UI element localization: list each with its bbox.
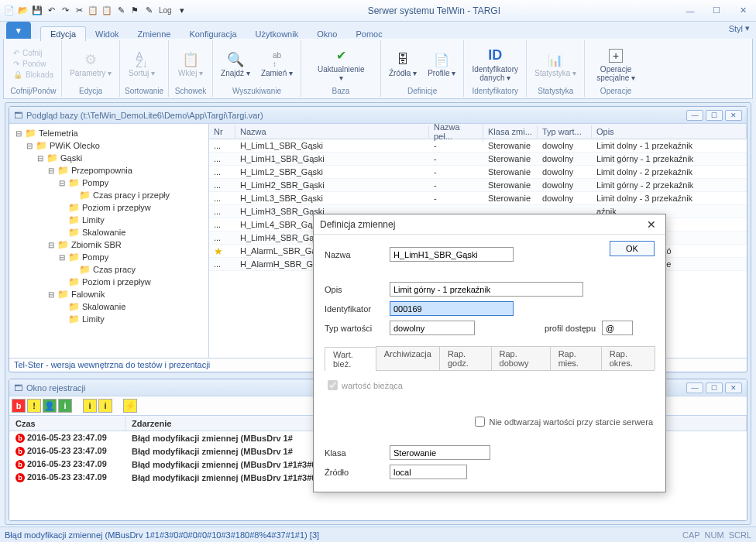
input-identyfikator[interactable]	[390, 301, 514, 316]
dialog-tab-5[interactable]: Rap. okres.	[601, 346, 655, 370]
tab-widok[interactable]: Widok	[86, 27, 129, 41]
save-icon[interactable]: 💾	[31, 5, 43, 17]
new-icon[interactable]: 📄	[3, 5, 15, 17]
tree-node[interactable]: 📁Skalowanie	[11, 226, 207, 238]
log-warn-filter[interactable]: !	[27, 399, 41, 413]
db-min-button[interactable]: —	[686, 110, 703, 121]
input-profil[interactable]	[602, 321, 633, 335]
edit-icon[interactable]: ✎	[143, 5, 155, 17]
checkbox-wartosc-biezaca[interactable]: wartość bieżąca	[328, 380, 651, 390]
ribbon-zamień[interactable]: ab↕Zamień ▾	[258, 49, 296, 79]
ribbon-uaktualnienie[interactable]: ✔Uaktualnienie ▾	[306, 45, 376, 84]
col-klasa[interactable]: Klasa zmi...	[483, 125, 538, 138]
copy-icon[interactable]: 📋	[87, 5, 99, 17]
ribbon-źródła[interactable]: 🗄Źródła ▾	[386, 49, 420, 79]
ribbon-profile[interactable]: 📄Profile ▾	[424, 49, 459, 79]
db-close-button[interactable]: ✕	[725, 110, 742, 121]
log-col-time[interactable]: Czas	[9, 417, 125, 431]
tree-node[interactable]: ⊟📁PWiK Olecko	[11, 139, 207, 152]
paste-icon[interactable]: 📋	[101, 5, 113, 17]
ribbon-wklej[interactable]: 📋Wklej ▾	[174, 49, 208, 79]
log-info2-filter[interactable]: i	[83, 399, 97, 413]
input-nazwa[interactable]	[390, 247, 514, 262]
tree-node[interactable]: 📁Czas pracy i przepły	[11, 189, 207, 201]
dialog-tab-3[interactable]: Rap. dobowy	[491, 346, 551, 370]
db-window-titlebar[interactable]: 🗔 Podgląd bazy (t:\TelWin_DemoLite6\Demo…	[9, 107, 747, 124]
ribbon-ponów[interactable]: ↷Ponów	[10, 59, 57, 69]
checkbox-nr-input[interactable]	[475, 417, 485, 427]
tab-edycja[interactable]: Edycja	[40, 26, 86, 41]
dialog-tab-0[interactable]: Wart. bież.	[325, 347, 376, 371]
log-user-filter[interactable]: 👤	[43, 399, 57, 413]
minimize-button[interactable]: —	[680, 4, 700, 18]
flag-icon[interactable]: ⚑	[129, 5, 141, 17]
db-max-button[interactable]: ☐	[706, 110, 723, 121]
col-typ[interactable]: Typ wart...	[538, 125, 592, 138]
log-bolt-filter[interactable]: ⚡	[123, 399, 137, 413]
dialog-tab-4[interactable]: Rap. mies.	[550, 346, 602, 370]
table-row[interactable]: ...H_LimH2_SBR_Gąski-SterowaniedowolnyLi…	[209, 179, 747, 192]
tab-okno[interactable]: Okno	[308, 27, 346, 41]
ribbon-sortuj[interactable]: AZ↓Sortuj ▾	[125, 49, 159, 79]
log-min-button[interactable]: —	[686, 382, 703, 393]
table-row[interactable]: ...H_LimL2_SBR_Gąski-SterowaniedowolnyLi…	[209, 166, 747, 179]
ribbon-blokada[interactable]: 🔒Blokada	[10, 70, 57, 80]
open-icon[interactable]: 📂	[17, 5, 29, 17]
tree-node[interactable]: 📁Czas pracy	[11, 263, 207, 276]
tree-node[interactable]: 📁Poziom i przepływ	[11, 201, 207, 214]
dialog-titlebar[interactable]: Definicja zmiennej ✕	[314, 214, 665, 235]
tab-użytkownik[interactable]: Użytkownik	[246, 27, 308, 41]
tree-node[interactable]: 📁Limity	[11, 214, 207, 226]
checkbox-no-restore[interactable]: Nie odtwarzaj wartości przy starcie serw…	[326, 417, 653, 427]
tree-node[interactable]: ⊟📁Falownik	[11, 288, 207, 300]
tree-node[interactable]: ⊟📁Przepompownia	[11, 164, 207, 177]
table-row[interactable]: ...H_LimL3_SBR_Gąski-SterowaniedowolnyLi…	[209, 192, 747, 205]
ribbon-statystyka[interactable]: 📊Statystyka ▾	[531, 49, 579, 79]
ribbon-operacje-specjalne[interactable]: +Operacje specjalne ▾	[589, 45, 642, 84]
col-nr[interactable]: Nr	[209, 125, 235, 138]
input-zrodlo[interactable]	[390, 465, 467, 479]
undo-icon[interactable]: ↶	[45, 5, 57, 17]
input-klasa[interactable]	[390, 445, 490, 460]
log-max-button[interactable]: ☐	[706, 382, 723, 393]
tab-zmienne[interactable]: Zmienne	[129, 27, 180, 41]
wand-icon[interactable]: ✎	[115, 5, 127, 17]
table-row[interactable]: ...H_LimL1_SBR_Gąski-SterowaniedowolnyLi…	[209, 139, 747, 153]
ribbon-znajdź[interactable]: 🔍Znajdź ▾	[218, 49, 253, 79]
log-button[interactable]: Log	[156, 5, 174, 17]
input-opis[interactable]	[390, 282, 583, 297]
col-nazwa[interactable]: Nazwa	[235, 125, 429, 138]
tab-pomoc[interactable]: Pomoc	[346, 27, 391, 41]
table-row[interactable]: ...H_LimH1_SBR_Gąski-SterowaniedowolnyLi…	[209, 153, 747, 166]
log-close-button[interactable]: ✕	[725, 382, 742, 393]
dialog-tab-2[interactable]: Rap. godz.	[439, 346, 492, 370]
tree-node[interactable]: ⊟📁Pompy	[11, 251, 207, 263]
ribbon-identyfikatory-danych[interactable]: IDIdentyfikatory danych ▾	[469, 45, 521, 84]
dialog-close-button[interactable]: ✕	[644, 218, 659, 231]
tree-panel[interactable]: ⊟📁Telemetria⊟📁PWiK Olecko⊟📁Gąski⊟📁Przepo…	[9, 124, 209, 358]
app-menu-button[interactable]: ▾	[6, 22, 31, 39]
log-info3-filter[interactable]: i	[98, 399, 112, 413]
redo-icon[interactable]: ↷	[59, 5, 71, 17]
log-error-filter[interactable]: b	[12, 399, 26, 413]
col-opis[interactable]: Opis	[592, 125, 747, 138]
tree-node[interactable]: ⊟📁Pompy	[11, 177, 207, 189]
input-typ[interactable]	[390, 321, 475, 335]
tree-node[interactable]: ⊟📁Gąski	[11, 152, 207, 164]
ribbon-cofnij[interactable]: ↶Cofnij	[10, 48, 57, 58]
ok-button[interactable]: OK	[610, 241, 655, 256]
log-info-filter[interactable]: i	[58, 399, 72, 413]
dialog-tab-1[interactable]: Archiwizacja	[376, 346, 440, 370]
tree-node[interactable]: 📁Skalowanie	[11, 300, 207, 313]
tree-node[interactable]: ⊟📁Zbiornik SBR	[11, 238, 207, 251]
maximize-button[interactable]: ☐	[706, 4, 727, 18]
tab-konfiguracja[interactable]: Konfiguracja	[180, 27, 246, 41]
close-button[interactable]: ✕	[733, 4, 753, 18]
style-dropdown[interactable]: Styl ▾	[729, 23, 750, 33]
ribbon-parametry[interactable]: ⚙Parametry ▾	[67, 49, 115, 79]
tree-node[interactable]: ⊟📁Telemetria	[11, 127, 207, 139]
qat-dropdown-icon[interactable]: ▾	[176, 5, 188, 17]
tree-node[interactable]: 📁Poziom i przepływ	[11, 276, 207, 288]
tree-node[interactable]: 📁Limity	[11, 313, 207, 325]
cut-icon[interactable]: ✂	[73, 5, 85, 17]
